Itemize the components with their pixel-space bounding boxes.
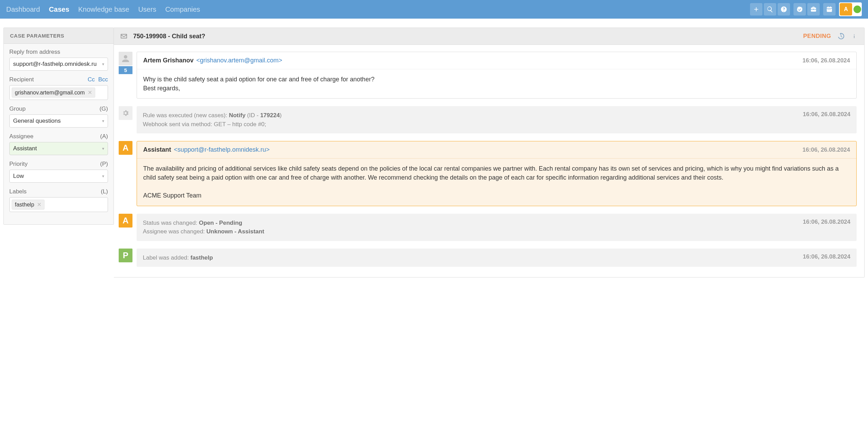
- user-avatar-icon: [119, 52, 132, 65]
- labels-label: Labels: [9, 188, 27, 195]
- check-badge-icon: [796, 6, 803, 13]
- search-button[interactable]: [764, 3, 776, 16]
- recipient-label: Recipient: [9, 76, 34, 83]
- toolbox-button[interactable]: [807, 3, 820, 16]
- message-entry: 5 Artem Grishanov <grishanov.artem@gmail…: [117, 52, 857, 99]
- system-timestamp: 16:06, 26.08.2024: [803, 253, 850, 260]
- system-entry: Rule was executed (new cases): Notify (I…: [117, 106, 857, 133]
- system-entry: A Status was changed: Open - Pending Ass…: [117, 214, 857, 241]
- message-count-badge: 5: [119, 66, 132, 74]
- system-message: Status was changed: Open - Pending Assig…: [143, 219, 264, 236]
- recipient-input[interactable]: grishanov.artem@gmail.com ✕: [9, 85, 108, 100]
- nav-companies[interactable]: Companies: [165, 6, 200, 13]
- nav-dashboard[interactable]: Dashboard: [6, 6, 40, 13]
- case-parameters-panel: CASE PARAMETERS Reply from address suppo…: [3, 28, 114, 225]
- system-timestamp: 16:06, 26.08.2024: [803, 111, 850, 118]
- question-icon: [780, 6, 787, 13]
- assignee-hint: (A): [100, 133, 108, 140]
- case-header: 750-199908 - Child seat? PENDING: [114, 28, 864, 45]
- topbar-right: A: [750, 2, 862, 16]
- top-navbar: Dashboard Cases Knowledge base Users Com…: [0, 0, 868, 19]
- recipient-chip: grishanov.artem@gmail.com ✕: [12, 88, 95, 98]
- message-timestamp: 16:06, 26.08.2024: [802, 57, 850, 64]
- message-body: The availability and pricing of addition…: [137, 159, 856, 205]
- message-entry: A Assistant <support@r-fasthelp.omnidesk…: [117, 141, 857, 206]
- message-timestamp: 16:06, 26.08.2024: [802, 147, 850, 153]
- sender-email[interactable]: <grishanov.artem@gmail.com>: [196, 57, 282, 64]
- case-status: PENDING: [803, 33, 831, 40]
- system-message: Label was added: fasthelp: [143, 253, 213, 262]
- case-title: 750-199908 - Child seat?: [133, 33, 205, 40]
- priority-label: Priority: [9, 161, 28, 168]
- chevron-down-icon: ▾: [102, 174, 104, 179]
- label-chip: fasthelp ✕: [12, 200, 45, 210]
- system-entry: P Label was added: fasthelp 16:06, 26.08…: [117, 249, 857, 267]
- timeline: 5 Artem Grishanov <grishanov.artem@gmail…: [114, 45, 864, 277]
- system-timestamp: 16:06, 26.08.2024: [803, 219, 850, 225]
- chevron-down-icon: ▾: [102, 146, 104, 151]
- reply-from-select[interactable]: support@r-fasthelp.omnidesk.ru▾: [9, 58, 108, 71]
- add-button[interactable]: [750, 3, 762, 16]
- system-message: Rule was executed (new cases): Notify (I…: [143, 111, 282, 129]
- briefcase-icon: [810, 6, 817, 13]
- cc-link[interactable]: Cc: [88, 76, 95, 83]
- agent-avatar: P: [119, 249, 132, 262]
- nav-users[interactable]: Users: [138, 6, 156, 13]
- chevron-down-icon: ▾: [102, 119, 104, 123]
- group-select[interactable]: General questions▾: [9, 114, 108, 128]
- assistant-avatar: A: [119, 141, 132, 155]
- approve-button[interactable]: [793, 3, 806, 16]
- plus-icon: [753, 6, 760, 13]
- sender-name: Artem Grishanov: [143, 57, 194, 64]
- group-label: Group: [9, 105, 26, 112]
- mail-icon: [120, 32, 128, 40]
- sender-name: Assistant: [143, 146, 171, 153]
- remove-chip-icon[interactable]: ✕: [88, 89, 92, 96]
- calendar-icon: [826, 6, 833, 13]
- labels-input[interactable]: fasthelp ✕: [9, 197, 108, 212]
- presence-indicator[interactable]: [854, 6, 861, 13]
- gear-icon: [119, 106, 132, 120]
- message-body: Why is the child safety seat a paid opti…: [137, 69, 856, 98]
- chevron-down-icon: ▾: [102, 62, 104, 67]
- sidebar-header: CASE PARAMETERS: [4, 28, 114, 44]
- case-content: 750-199908 - Child seat? PENDING 5: [114, 28, 865, 277]
- reply-from-label: Reply from address: [9, 49, 60, 55]
- assignee-label: Assignee: [9, 133, 33, 140]
- user-avatar[interactable]: A: [840, 3, 852, 16]
- assignee-select[interactable]: Assistant▾: [9, 142, 108, 155]
- assistant-avatar: A: [119, 214, 132, 228]
- help-button[interactable]: [778, 3, 790, 16]
- history-button[interactable]: [837, 32, 845, 40]
- group-hint: (G): [99, 105, 108, 112]
- calendar-button[interactable]: [823, 3, 836, 16]
- sender-email[interactable]: <support@r-fasthelp.omnidesk.ru>: [174, 146, 269, 153]
- priority-select[interactable]: Low▾: [9, 170, 108, 183]
- info-button[interactable]: [850, 32, 858, 40]
- search-icon: [767, 6, 773, 13]
- labels-hint: (L): [101, 188, 108, 195]
- nav-knowledge-base[interactable]: Knowledge base: [78, 6, 129, 13]
- priority-hint: (P): [100, 161, 108, 168]
- remove-chip-icon[interactable]: ✕: [37, 201, 41, 208]
- bcc-link[interactable]: Bcc: [98, 76, 108, 83]
- nav: Dashboard Cases Knowledge base Users Com…: [6, 6, 200, 13]
- nav-cases[interactable]: Cases: [49, 6, 69, 13]
